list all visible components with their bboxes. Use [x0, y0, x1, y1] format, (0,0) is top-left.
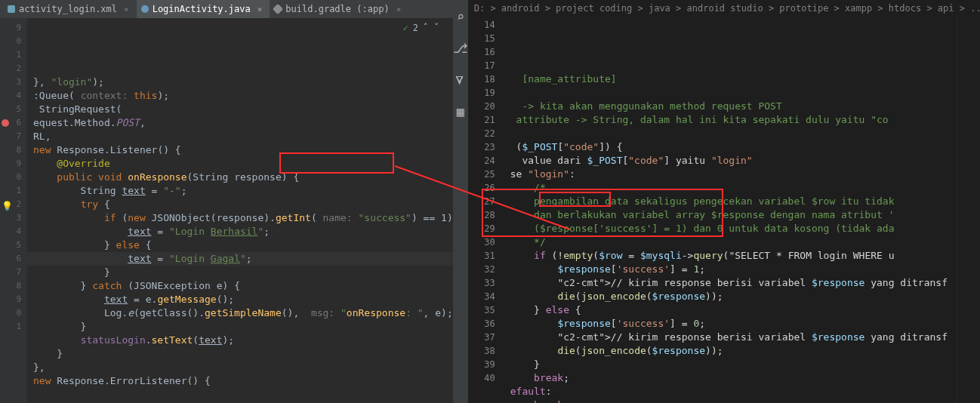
- gutter-line[interactable]: 4: [0, 225, 27, 238]
- code-line[interactable]: se "login":: [504, 168, 957, 181]
- gutter-line[interactable]: 17: [468, 59, 504, 72]
- minimap[interactable]: [957, 17, 980, 403]
- gutter-line[interactable]: 35: [468, 303, 504, 317]
- gutter-line[interactable]: 3: [0, 75, 27, 89]
- close-icon[interactable]: ×: [396, 5, 402, 14]
- gutter-line[interactable]: 25: [468, 168, 504, 181]
- gutter-line[interactable]: 31: [468, 249, 504, 263]
- code-line[interactable]: pengambilan data sekaligus pengecekan va…: [504, 195, 957, 208]
- gutter-line[interactable]: 14: [468, 18, 504, 32]
- left-gutter[interactable]: 90123456789012💡345678901: [0, 18, 27, 403]
- tab-login-activity[interactable]: LoginActivity.java ×: [137, 0, 270, 18]
- gutter-line[interactable]: 2💡: [0, 198, 27, 211]
- gutter-line[interactable]: 19: [468, 86, 504, 100]
- gutter-line[interactable]: 1: [0, 184, 27, 198]
- code-line[interactable]: attribute -> String, dalam hal ini kita …: [504, 113, 957, 127]
- gutter-line[interactable]: 27: [468, 195, 504, 208]
- code-line[interactable]: $response['success'] = 0;: [504, 317, 957, 331]
- code-line[interactable]: statusLogin.setText(text);: [27, 334, 453, 347]
- gutter-line[interactable]: 21: [468, 113, 504, 127]
- code-line[interactable]: } else {: [504, 303, 957, 317]
- code-line[interactable]: equest.Method.POST,: [27, 116, 453, 130]
- gutter-line[interactable]: 3: [0, 211, 27, 225]
- code-line[interactable]: } else {: [27, 238, 453, 252]
- breakpoint-icon[interactable]: [2, 119, 9, 127]
- code-line[interactable]: -> kita akan menggunakan method request …: [504, 100, 957, 113]
- gutter-line[interactable]: 5: [0, 238, 27, 252]
- code-line[interactable]: new Response.ErrorListener() {: [27, 374, 453, 388]
- gutter-line[interactable]: 1: [0, 48, 27, 62]
- code-line[interactable]: }: [27, 266, 453, 279]
- code-line[interactable]: "c2-cmt">// kirim response berisi variab…: [504, 331, 957, 344]
- code-line[interactable]: RL,: [27, 130, 453, 143]
- search-icon[interactable]: ⌕: [457, 9, 464, 24]
- code-line[interactable]: die(json_encode($response));: [504, 290, 957, 303]
- code-line[interactable]: $response['success'] = 1;: [504, 263, 957, 276]
- code-line[interactable]: :Queue( context: this);: [27, 89, 453, 103]
- breadcrumb[interactable]: D: > android > project coding > java > a…: [468, 0, 980, 17]
- code-line[interactable]: Log.e(getClass().getSimpleName(), msg: "…: [27, 306, 453, 320]
- tab-activity-login[interactable]: activity_login.xml ×: [3, 0, 137, 18]
- code-line[interactable]: "c2-cmt">// kirim response berisi variab…: [504, 276, 957, 290]
- code-line[interactable]: },: [27, 361, 453, 374]
- code-line[interactable]: }: [27, 347, 453, 361]
- code-line[interactable]: } catch (JSONException e) {: [27, 279, 453, 293]
- code-line[interactable]: public void onResponse(String response) …: [27, 171, 453, 184]
- gutter-line[interactable]: 36: [468, 317, 504, 331]
- code-line[interactable]: efault:: [504, 385, 957, 398]
- gutter-line[interactable]: 2: [0, 62, 27, 75]
- gutter-line[interactable]: 20: [468, 100, 504, 113]
- code-line[interactable]: new Response.Listener() {: [27, 143, 453, 157]
- gutter-line[interactable]: 7: [0, 266, 27, 279]
- gutter-line[interactable]: 28: [468, 208, 504, 222]
- code-line[interactable]: }, "login");: [27, 75, 453, 89]
- gutter-line[interactable]: 9: [0, 293, 27, 306]
- gutter-line[interactable]: 7: [0, 130, 27, 143]
- code-line[interactable]: [name_attribute]: [504, 72, 957, 86]
- code-line[interactable]: if (!empty($row = $mysqli->query("SELECT…: [504, 249, 957, 263]
- gutter-line[interactable]: 0: [0, 35, 27, 48]
- debug-icon[interactable]: ⛛: [454, 72, 467, 88]
- code-line[interactable]: dan berlakukan variabel array $response …: [504, 208, 957, 222]
- code-line[interactable]: [504, 86, 957, 100]
- gutter-line[interactable]: 38: [468, 344, 504, 358]
- gutter-line[interactable]: 8: [0, 279, 27, 293]
- gutter-line[interactable]: 4: [0, 89, 27, 103]
- right-gutter[interactable]: 1415161718192021222324252627282930313233…: [468, 17, 504, 403]
- tab-build-gradle[interactable]: build.gradle (:app) ×: [270, 0, 408, 18]
- gutter-line[interactable]: 5: [0, 103, 27, 116]
- close-icon[interactable]: ×: [124, 5, 129, 14]
- code-line[interactable]: break;: [504, 398, 957, 403]
- code-line[interactable]: }: [27, 320, 453, 334]
- gutter-line[interactable]: 30: [468, 235, 504, 249]
- code-line[interactable]: try {: [27, 198, 453, 211]
- layout-icon[interactable]: ▦: [457, 104, 464, 119]
- right-code-area[interactable]: [name_attribute] -> kita akan menggunaka…: [504, 17, 957, 403]
- gutter-line[interactable]: 29: [468, 222, 504, 235]
- code-line[interactable]: break;: [504, 371, 957, 385]
- gutter-line[interactable]: 6: [0, 252, 27, 266]
- gutter-line[interactable]: 1: [0, 320, 27, 334]
- code-line[interactable]: text = "Login Berhasil";: [27, 225, 453, 238]
- code-line[interactable]: [504, 127, 957, 140]
- code-line[interactable]: String text = "-";: [27, 184, 453, 198]
- code-line[interactable]: }: [504, 358, 957, 371]
- code-line[interactable]: text = "Login Gagal";: [27, 252, 453, 266]
- code-line[interactable]: value dari $_POST["code"] yaitu "login": [504, 154, 957, 168]
- gutter-line[interactable]: 26: [468, 181, 504, 195]
- gutter-line[interactable]: 23: [468, 140, 504, 154]
- code-line[interactable]: */: [504, 235, 957, 249]
- gutter-line[interactable]: 32: [468, 263, 504, 276]
- code-line[interactable]: text = e.getMessage();: [27, 293, 453, 306]
- code-line[interactable]: ($response['success'] = 1) dan 0 untuk d…: [504, 222, 957, 235]
- gutter-line[interactable]: 6: [0, 116, 27, 130]
- gutter-line[interactable]: 8: [0, 143, 27, 157]
- vcs-branch-icon[interactable]: ⎇: [453, 41, 468, 56]
- left-code-area[interactable]: }, "login");:Queue( context: this); Stri…: [27, 18, 453, 403]
- gutter-line[interactable]: 0: [0, 306, 27, 320]
- code-line[interactable]: StringRequest(: [27, 103, 453, 116]
- code-line[interactable]: ($_POST["code"]) {: [504, 140, 957, 154]
- gutter-line[interactable]: 24: [468, 154, 504, 168]
- code-line[interactable]: die(json_encode($response));: [504, 344, 957, 358]
- code-line[interactable]: /*: [504, 181, 957, 195]
